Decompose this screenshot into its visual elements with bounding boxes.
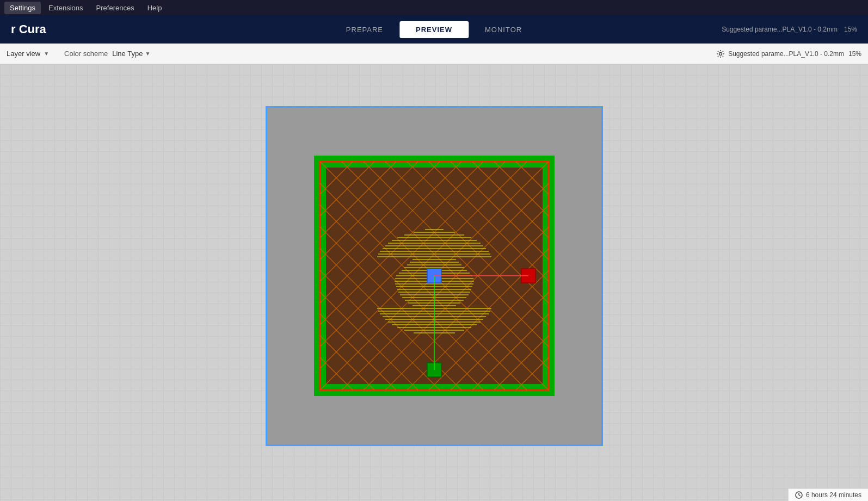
canvas-area[interactable]: 6 hours 24 minutes [0, 64, 868, 501]
view-dropdown-arrow: ▼ [44, 51, 49, 57]
menu-item-settings[interactable]: Settings [4, 2, 41, 14]
svg-line-83 [799, 495, 801, 496]
color-scheme-label: Color scheme [64, 50, 108, 58]
print-svg [309, 151, 559, 401]
percentage-badge: 15% [844, 26, 857, 33]
menu-item-preferences[interactable]: Preferences [91, 2, 140, 14]
color-scheme-arrow: ▼ [145, 51, 150, 57]
toolbar-percentage: 15% [848, 50, 861, 58]
nav-tabs: PREPARE PREVIEW MONITOR [330, 21, 538, 38]
settings-text: Suggested parame...PLA_V1.0 - 0.2mm [728, 50, 844, 58]
menu-item-extensions[interactable]: Extensions [43, 2, 89, 14]
view-dropdown[interactable]: Layer view ▼ [7, 50, 49, 58]
toolbar-right: Suggested parame...PLA_V1.0 - 0.2mm 15% [716, 50, 861, 58]
menu-item-help[interactable]: Help [142, 2, 168, 14]
time-estimate: 6 hours 24 minutes [806, 491, 861, 499]
title-bar: r Cura PREPARE PREVIEW MONITOR Suggested… [0, 15, 868, 44]
tab-preview[interactable]: PREVIEW [399, 21, 469, 38]
svg-point-0 [719, 52, 722, 55]
settings-icon [716, 50, 725, 58]
view-label: Layer view [7, 50, 40, 58]
header-right: Suggested parame...PLA_V1.0 - 0.2mm 15% [722, 26, 857, 33]
menu-bar: Settings Extensions Preferences Help [0, 0, 868, 15]
clock-icon [795, 491, 803, 499]
color-scheme-value: Line Type [112, 50, 143, 58]
settings-label: Suggested parame...PLA_V1.0 - 0.2mm [722, 26, 838, 33]
status-bar: 6 hours 24 minutes [788, 488, 868, 501]
main-content: mm % mm % mm % Snap Scaling Uniform Scal… [0, 64, 868, 501]
print-visualization [309, 151, 559, 401]
tab-monitor[interactable]: MONITOR [469, 21, 538, 38]
color-scheme-dropdown[interactable]: Line Type ▼ [112, 50, 150, 58]
settings-icon-btn[interactable]: Suggested parame...PLA_V1.0 - 0.2mm [716, 50, 844, 58]
toolbar: Layer view ▼ Color scheme Line Type ▼ Su… [0, 44, 868, 64]
build-plate [266, 106, 603, 446]
tab-prepare[interactable]: PREPARE [330, 21, 399, 38]
app-title: r Cura [11, 22, 46, 36]
